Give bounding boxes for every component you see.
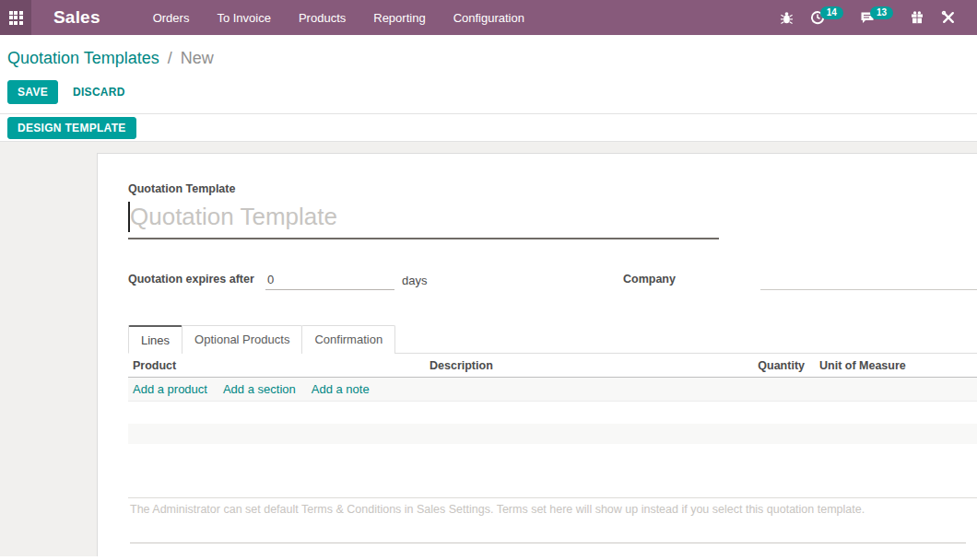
expires-unit-label: days (402, 274, 427, 287)
terms-placeholder-text: The Administrator can set default Terms … (130, 502, 977, 518)
menu-reporting[interactable]: Reporting (359, 0, 439, 35)
column-header-description: Description (430, 359, 749, 372)
save-button[interactable]: SAVE (7, 80, 58, 104)
tab-lines[interactable]: Lines (128, 325, 182, 354)
template-name-field-wrap (128, 200, 719, 239)
template-name-label: Quotation Template (128, 182, 977, 195)
tab-confirmation[interactable]: Confirmation (301, 325, 395, 354)
company-input[interactable] (760, 270, 977, 290)
design-template-button[interactable]: DESIGN TEMPLATE (7, 117, 136, 139)
menu-orders[interactable]: Orders (139, 0, 204, 35)
template-name-input[interactable] (128, 200, 719, 239)
company-label: Company (623, 273, 676, 286)
add-a-section-link[interactable]: Add a section (223, 382, 296, 396)
list-add-row: Add a product Add a section Add a note (128, 378, 977, 402)
lines-list: Product Description Quantity Unit of Mea… (128, 354, 977, 444)
app-title[interactable]: Sales (53, 7, 100, 28)
systray: 14 13 (771, 10, 964, 25)
main-menu: Orders To Invoice Products Reporting Con… (139, 0, 538, 35)
discard-button[interactable]: DISCARD (73, 86, 125, 99)
activities-menu[interactable]: 14 (802, 10, 852, 25)
expires-company-row: Quotation expires after days Company (128, 270, 977, 292)
expires-input[interactable] (265, 270, 394, 290)
gift-menu[interactable] (901, 10, 933, 25)
apps-menu-button[interactable] (0, 0, 31, 35)
form-view: Quotation Template Quotation expires aft… (0, 142, 977, 556)
breadcrumb-current: New (181, 49, 214, 67)
menu-to-invoice[interactable]: To Invoice (203, 0, 285, 35)
menu-configuration[interactable]: Configuration (440, 0, 538, 35)
expires-label: Quotation expires after (128, 273, 254, 286)
column-header-unit-of-measure: Unit of Measure (805, 359, 977, 372)
lines-list-header: Product Description Quantity Unit of Mea… (128, 354, 977, 378)
support-tools-menu[interactable] (933, 10, 964, 25)
menu-products[interactable]: Products (285, 0, 359, 35)
messages-count-badge: 13 (870, 6, 893, 19)
top-navbar: Sales Orders To Invoice Products Reporti… (0, 0, 977, 35)
terms-conditions-field[interactable]: The Administrator can set default Terms … (128, 497, 977, 543)
tools-icon (941, 10, 956, 25)
column-header-quantity: Quantity (749, 359, 805, 372)
notebook-tabs: Lines Optional Products Confirmation (128, 324, 977, 354)
form-statusbar: DESIGN TEMPLATE (0, 114, 977, 142)
add-a-note-link[interactable]: Add a note (312, 382, 370, 396)
debug-bug-icon[interactable] (771, 11, 802, 25)
add-a-product-link[interactable]: Add a product (133, 382, 207, 396)
tab-optional-products[interactable]: Optional Products (182, 325, 302, 354)
text-cursor (128, 202, 130, 232)
activities-count-badge: 14 (820, 6, 843, 19)
column-header-product: Product (128, 359, 430, 372)
breadcrumb-quotation-templates[interactable]: Quotation Templates (7, 49, 159, 67)
bug-icon (780, 11, 794, 25)
breadcrumb-separator: / (168, 49, 172, 67)
empty-list-row-striped (128, 424, 977, 444)
form-sheet: Quotation Template Quotation expires aft… (97, 153, 977, 556)
empty-list-row (128, 402, 977, 424)
breadcrumb: Quotation Templates / New (7, 47, 977, 69)
control-panel: Quotation Templates / New SAVE DISCARD (0, 35, 977, 114)
apps-grid-icon (9, 11, 23, 25)
control-panel-buttons: SAVE DISCARD (7, 80, 977, 104)
messages-menu[interactable]: 13 (852, 10, 901, 25)
gift-icon (910, 10, 924, 25)
terms-field-underline (130, 542, 966, 543)
